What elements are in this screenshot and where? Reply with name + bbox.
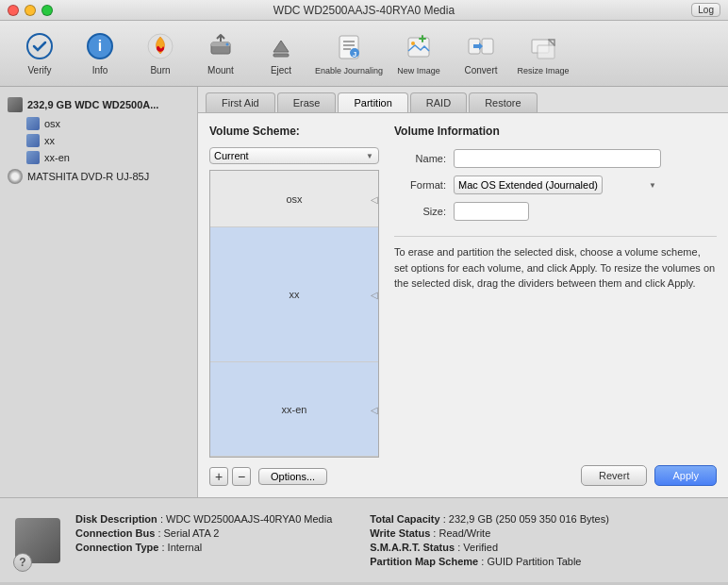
tab-erase[interactable]: Erase [277, 92, 337, 112]
bottom-buttons: Revert Apply [394, 465, 717, 486]
description-text: To erase and partition the selected disk… [394, 236, 717, 292]
partition-xx[interactable]: xx ◁ [210, 227, 378, 362]
toolbar-journal-label: Enable Journaling [315, 66, 383, 75]
tab-partition[interactable]: Partition [338, 92, 407, 112]
toolbar-verify[interactable]: Verify [9, 25, 70, 82]
convert-icon [466, 31, 496, 61]
sidebar-xxen-label: xx-en [44, 152, 70, 163]
toolbar: Verify i Info Burn [0, 21, 728, 87]
resize-handle-xxen[interactable]: ◁ [371, 404, 378, 414]
resize-handle-xx[interactable]: ◁ [371, 290, 378, 300]
toolbar-burn[interactable]: Burn [130, 25, 190, 82]
maximize-button[interactable] [41, 5, 53, 16]
toolbar-enable-journaling[interactable]: J Enable Journaling [311, 25, 387, 82]
total-capacity-key: Total Capacity [370, 513, 439, 525]
partition-xxen-label: xx-en [282, 404, 307, 415]
volume-info-title: Volume Information [394, 125, 717, 138]
smart-status-key: S.M.A.R.T. Status [370, 542, 455, 553]
remove-partition-button[interactable]: − [232, 467, 251, 486]
disk-description-row: Disk Description : WDC WD2500AAJS-40RYA0… [75, 513, 332, 525]
main-area: 232,9 GB WDC WD2500A... osx xx xx-en MAT… [0, 87, 728, 497]
format-select[interactable]: Mac OS Extended (Journaled) [454, 176, 603, 194]
connection-type-val: Internal [168, 542, 203, 553]
sidebar-volume-xx[interactable]: xx [0, 132, 197, 149]
svg-point-0 [27, 34, 52, 58]
size-input[interactable] [454, 202, 529, 221]
tab-restore[interactable]: Restore [469, 92, 538, 112]
disk-description-val: WDC WD2500AAJS-40RYA0 Media [166, 513, 332, 525]
mount-icon [206, 31, 236, 61]
connection-type-key: Connection Type [75, 542, 158, 553]
status-col-left: Disk Description : WDC WD2500AAJS-40RYA0… [75, 513, 332, 567]
write-status-row: Write Status : Read/Write [370, 527, 609, 539]
options-button[interactable]: Options... [258, 468, 327, 485]
tab-raid[interactable]: RAID [410, 92, 467, 112]
eject-icon [266, 31, 296, 61]
sidebar-volume-xxen[interactable]: xx-en [0, 149, 197, 166]
verify-icon [25, 31, 55, 61]
format-label: Format: [394, 179, 446, 191]
partition-map-row: Partition Map Scheme : GUID Partition Ta… [370, 556, 609, 567]
add-partition-button[interactable]: + [209, 467, 228, 486]
volume-scheme-title: Volume Scheme: [209, 125, 379, 138]
toolbar-resize-image[interactable]: Resize Image [511, 25, 575, 82]
minimize-button[interactable] [25, 5, 36, 16]
smart-status-row: S.M.A.R.T. Status : Verified [370, 542, 609, 553]
partition-visual: osx ◁ xx ◁ xx-en ◁ [209, 170, 379, 458]
tab-first-aid[interactable]: First Aid [206, 92, 275, 112]
sidebar-dvd[interactable]: MATSHITA DVD-R UJ-85J [0, 166, 197, 187]
vol-icon-osx [26, 117, 40, 130]
write-status-key: Write Status [370, 527, 430, 539]
format-select-wrapper: Mac OS Extended (Journaled) [454, 176, 661, 194]
toolbar-info-label: Info [92, 65, 108, 75]
toolbar-eject[interactable]: Eject [251, 25, 311, 82]
toolbar-verify-label: Verify [27, 65, 51, 75]
format-row: Format: Mac OS Extended (Journaled) [394, 176, 717, 194]
partition-osx[interactable]: osx ◁ [210, 171, 378, 227]
svg-text:J: J [353, 50, 356, 58]
help-button[interactable]: ? [13, 553, 32, 572]
scheme-select[interactable]: Current [209, 147, 379, 164]
resize-handle-osx[interactable]: ◁ [371, 193, 378, 204]
total-capacity-val: 232,9 GB (250 059 350 016 Bytes) [449, 513, 609, 525]
toolbar-eject-label: Eject [271, 65, 291, 75]
partition-xx-label: xx [290, 289, 300, 300]
vol-icon-xxen [26, 151, 40, 164]
log-button[interactable]: Log [691, 3, 720, 17]
sidebar-disk[interactable]: 232,9 GB WDC WD2500A... [0, 94, 197, 115]
sidebar-disk-label: 232,9 GB WDC WD2500A... [27, 99, 158, 110]
svg-point-15 [411, 42, 415, 45]
sidebar-osx-label: osx [44, 118, 60, 129]
partition-xxen[interactable]: xx-en ◁ [210, 362, 378, 457]
name-input[interactable] [454, 149, 661, 168]
volume-info-panel: Volume Information Name: Format: Mac OS … [394, 125, 717, 486]
tabs: First Aid Erase Partition RAID Restore [198, 87, 728, 113]
partition-map-val: GUID Partition Table [487, 556, 581, 567]
panel-content: Volume Scheme: Current osx ◁ xx ◁ [198, 113, 728, 497]
toolbar-new-image[interactable]: New Image [387, 25, 451, 82]
svg-point-6 [226, 43, 229, 46]
status-bar: Disk Description : WDC WD2500AAJS-40RYA0… [0, 497, 728, 582]
sidebar-dvd-label: MATSHITA DVD-R UJ-85J [27, 171, 149, 182]
partition-actions: + − Options... [209, 467, 379, 486]
toolbar-convert-label: Convert [464, 65, 497, 75]
apply-button[interactable]: Apply [654, 465, 717, 486]
toolbar-info[interactable]: i Info [70, 25, 130, 82]
window-controls [8, 5, 53, 16]
journal-icon: J [334, 32, 364, 62]
close-button[interactable] [8, 5, 19, 16]
toolbar-convert[interactable]: Convert [451, 25, 511, 82]
toolbar-resizeimage-label: Resize Image [517, 66, 569, 75]
total-capacity-row: Total Capacity : 232,9 GB (250 059 350 0… [370, 513, 609, 525]
toolbar-mount[interactable]: Mount [190, 25, 251, 82]
connection-bus-val: Serial ATA 2 [164, 527, 220, 539]
sidebar-volume-osx[interactable]: osx [0, 115, 197, 132]
status-col-right: Total Capacity : 232,9 GB (250 059 350 0… [370, 513, 609, 567]
resize-image-icon [528, 32, 558, 62]
revert-button[interactable]: Revert [581, 465, 647, 486]
toolbar-mount-label: Mount [207, 65, 234, 75]
scheme-select-wrapper: Current [209, 147, 379, 164]
partition-map-key: Partition Map Scheme [370, 556, 478, 567]
sidebar: 232,9 GB WDC WD2500A... osx xx xx-en MAT… [0, 87, 198, 497]
toolbar-burn-label: Burn [150, 65, 170, 75]
